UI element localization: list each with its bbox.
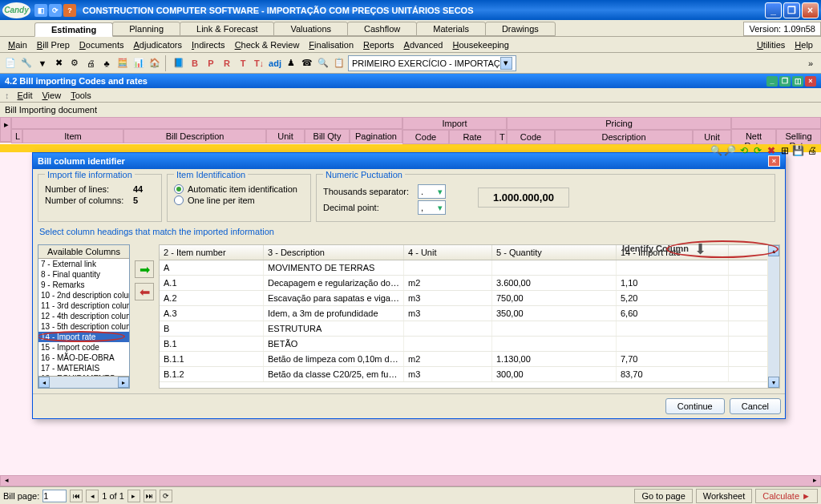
save-icon[interactable]: 💾 xyxy=(792,144,804,156)
tool-icon[interactable]: ▼ xyxy=(35,56,50,71)
scroll-left-icon[interactable]: ◂ xyxy=(38,377,50,388)
list-item[interactable]: 14 - Import rate xyxy=(38,332,129,342)
tool-b-icon[interactable]: B xyxy=(188,56,202,71)
main-tab-planning[interactable]: Planning xyxy=(112,22,180,36)
tool-icon[interactable]: 📊 xyxy=(131,56,146,71)
prev-page-button[interactable]: ◂ xyxy=(86,490,99,502)
submenu-edit[interactable]: Edit xyxy=(13,91,38,100)
nav-back-icon[interactable]: ⟲ xyxy=(738,144,750,156)
col-pr-code[interactable]: Code xyxy=(507,130,555,144)
col-imp-rate[interactable]: Rate xyxy=(449,130,495,144)
col-pr-unit[interactable]: Unit xyxy=(693,130,731,144)
menu-indirects[interactable]: Indirects xyxy=(187,40,230,50)
doc-min-icon[interactable]: _ xyxy=(766,76,778,87)
thousands-select[interactable]: . ▾ xyxy=(418,184,446,199)
cancel-button[interactable]: Cancel xyxy=(730,398,781,414)
tool-t-icon[interactable]: T xyxy=(236,56,250,71)
list-item[interactable]: 15 - Import code xyxy=(38,342,129,353)
scroll-right-icon[interactable]: ▸ xyxy=(118,377,129,388)
list-item[interactable]: 10 - 2nd description column xyxy=(38,290,129,300)
table-row[interactable]: AMOVIMENTO DE TERRAS xyxy=(160,260,767,276)
list-item[interactable]: 9 - Remarks xyxy=(38,280,129,290)
toolbar-expand-icon[interactable]: » xyxy=(803,56,818,71)
zoom-out-icon[interactable]: 🔎 xyxy=(724,144,736,156)
red-x-icon[interactable]: ✖ xyxy=(765,144,777,156)
print-icon[interactable]: 🖨 xyxy=(806,144,818,156)
titlebar-icon-1[interactable]: ◧ xyxy=(34,4,47,17)
tool-icon[interactable]: 📄 xyxy=(3,56,18,71)
scroll-down-icon[interactable]: ▾ xyxy=(768,377,779,388)
col-unit[interactable]: Unit xyxy=(266,129,305,143)
menu-utilities[interactable]: Utilities xyxy=(752,40,790,50)
next-page-button[interactable]: ▸ xyxy=(127,490,140,502)
row-marker[interactable]: ▸ xyxy=(0,117,11,142)
tool-icon[interactable]: ⚙ xyxy=(67,56,82,71)
tool-adj-icon[interactable]: adj xyxy=(268,56,282,71)
col-imp-t[interactable]: T xyxy=(495,130,507,144)
col-pr-desc[interactable]: Description xyxy=(555,130,693,144)
menu-adjudicators[interactable]: Adjudicators xyxy=(128,40,187,50)
table-row[interactable]: B.1.2Betão da classe C20/25, em funda...… xyxy=(160,367,767,382)
menu-help[interactable]: Help xyxy=(790,40,818,50)
last-page-button[interactable]: ⏭ xyxy=(144,490,156,502)
list-item[interactable]: 8 - Final quantity xyxy=(38,269,129,280)
doc-max-icon[interactable]: ❐ xyxy=(779,76,791,87)
titlebar-icon-3[interactable]: ? xyxy=(63,4,76,17)
main-tab-drawings[interactable]: Drawings xyxy=(485,22,556,36)
list-item[interactable]: 18 - EQUIPAMENTO xyxy=(38,373,129,376)
tool-icon[interactable]: 🖨 xyxy=(83,56,98,71)
main-tab-estimating[interactable]: Estimating xyxy=(34,22,113,37)
available-columns-listbox[interactable]: Available Columns 7 - External link8 - F… xyxy=(38,244,130,389)
menu-bill-prep[interactable]: Bill Prep xyxy=(32,40,75,50)
tool-icon[interactable]: ♟ xyxy=(284,56,298,71)
list-item[interactable]: 7 - External link xyxy=(38,259,129,269)
tool-icon[interactable]: 📘 xyxy=(172,56,186,71)
list-item[interactable]: 16 - MÃO-DE-OBRA xyxy=(38,353,129,363)
tool-icon[interactable]: 🔍 xyxy=(316,56,330,71)
refresh-page-button[interactable]: ⟳ xyxy=(160,490,172,502)
submenu-view[interactable]: View xyxy=(37,91,66,100)
close-button[interactable]: × xyxy=(802,2,819,18)
table-row[interactable]: A.1Decapagem e regularização do terr...m… xyxy=(160,276,767,291)
menu-advanced[interactable]: Advanced xyxy=(399,40,448,50)
main-tab-valuations[interactable]: Valuations xyxy=(273,22,348,36)
nav-fwd-icon[interactable]: ⟳ xyxy=(751,144,763,156)
chevron-down-icon[interactable]: ▾ xyxy=(500,57,512,70)
submenu-tools[interactable]: Tools xyxy=(66,91,96,100)
list-item[interactable]: 13 - 5th description column xyxy=(38,321,129,332)
list-item[interactable]: 17 - MATERIAIS xyxy=(38,363,129,373)
col-bill-qty[interactable]: Bill Qty xyxy=(305,129,350,143)
menu-housekeeping[interactable]: Housekeeping xyxy=(447,40,513,50)
table-row[interactable]: A.3Idem, a 3m de profundidadem3350,006,6… xyxy=(160,306,767,321)
menu-main[interactable]: Main xyxy=(3,40,32,50)
col-item[interactable]: Item xyxy=(22,129,123,143)
calculate-button[interactable]: Calculate ► xyxy=(755,489,818,503)
radio-one-line[interactable]: One line per item xyxy=(174,196,304,205)
tool-icon[interactable]: 🧮 xyxy=(115,56,130,71)
decimal-select[interactable]: , ▾ xyxy=(418,200,446,215)
remove-column-button[interactable]: ⬅ xyxy=(135,283,154,300)
col-pagination[interactable]: Pagination xyxy=(350,129,402,143)
table-row[interactable]: BESTRUTURA xyxy=(160,321,767,337)
tool-icon[interactable]: 🔧 xyxy=(19,56,34,71)
menu-reports[interactable]: Reports xyxy=(358,40,399,50)
table-row[interactable]: A.2Escavação para sapatas e vigas d...m3… xyxy=(160,291,767,306)
page-input[interactable] xyxy=(42,490,67,502)
excel-icon[interactable]: ⊞ xyxy=(779,144,791,156)
titlebar-icon-2[interactable]: ⟳ xyxy=(49,4,62,17)
radio-auto-ident[interactable]: Automatic item identification xyxy=(174,184,304,194)
col-imp-code[interactable]: Code xyxy=(402,130,449,144)
table-header[interactable]: 3 - Description xyxy=(264,245,404,260)
tool-icon[interactable]: 📋 xyxy=(332,56,346,71)
tool-icon[interactable]: ♣ xyxy=(99,56,114,71)
continue-button[interactable]: Continue xyxy=(665,398,725,414)
tool-icon[interactable]: 🏠 xyxy=(148,56,162,71)
worksheet-button[interactable]: Worksheet xyxy=(696,489,752,503)
tool-r-icon[interactable]: R xyxy=(220,56,234,71)
zoom-in-icon[interactable]: 🔍 xyxy=(710,144,722,156)
goto-page-button[interactable]: Go to page xyxy=(634,489,692,503)
main-tab-materials[interactable]: Materials xyxy=(416,22,486,36)
maximize-button[interactable]: ❐ xyxy=(783,2,800,18)
table-header[interactable]: 2 - Item number xyxy=(160,245,264,260)
menu-check-review[interactable]: Check & Review xyxy=(230,40,305,50)
